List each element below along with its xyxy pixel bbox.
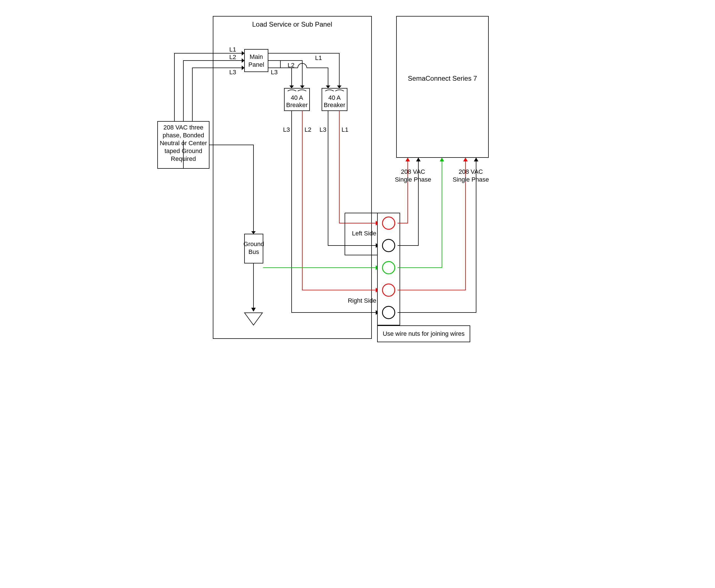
- term-5: [383, 306, 395, 319]
- term-3: [383, 261, 395, 274]
- label-l3-in: L3: [229, 69, 236, 76]
- label-l1-in: L1: [229, 46, 236, 53]
- main-panel-box: [245, 49, 268, 72]
- wiring-diagram: Load Service or Sub Panel 208 VAC three …: [143, 6, 572, 358]
- breaker2-line1: 40 A: [328, 94, 341, 101]
- breaker1-line2: Breaker: [286, 102, 308, 108]
- ground-bus-line2: Bus: [248, 248, 259, 255]
- out5-arrow: [474, 158, 478, 162]
- main-panel-line2: Panel: [248, 61, 264, 68]
- source-line1: 208 VAC three: [163, 124, 204, 131]
- term-1: [383, 217, 395, 229]
- left-side-label: Left Side: [352, 230, 376, 237]
- panel-title: Load Service or Sub Panel: [252, 20, 332, 28]
- source-line2: phase, Bonded: [163, 132, 204, 139]
- label-l2-in: L2: [229, 54, 236, 61]
- phase-left-line1: 208 VAC: [401, 168, 425, 175]
- right-side-label: Right Side: [348, 297, 376, 304]
- phase-right-line1: 208 VAC: [459, 168, 483, 175]
- breaker2-line2: Breaker: [324, 102, 345, 108]
- b1-l2-label: L2: [305, 126, 311, 133]
- breaker1-line1: 40 A: [291, 94, 303, 101]
- b1-l3-label: L3: [283, 126, 290, 133]
- label-l3-out: L3: [271, 69, 278, 76]
- main-panel-line1: Main: [249, 53, 263, 60]
- term-2: [383, 239, 395, 252]
- ground-bus-line1: Ground: [243, 240, 264, 248]
- label-l1-out: L1: [315, 55, 322, 61]
- out2-arrow: [416, 158, 421, 162]
- phase-right-line2: Single Phase: [453, 176, 489, 183]
- term-4: [383, 284, 395, 296]
- out1-arrow: [405, 158, 410, 162]
- note-text: Use wire nuts for joining wires: [383, 330, 465, 337]
- out3-arrow: [440, 158, 444, 162]
- out4-arrow: [463, 158, 468, 162]
- phase-left-line2: Single Phase: [395, 176, 431, 183]
- sema-title: SemaConnect Series 7: [408, 75, 477, 82]
- b2-l3-label: L3: [320, 126, 326, 133]
- sema-box: [396, 16, 488, 158]
- b2-l1-label: L1: [342, 126, 348, 133]
